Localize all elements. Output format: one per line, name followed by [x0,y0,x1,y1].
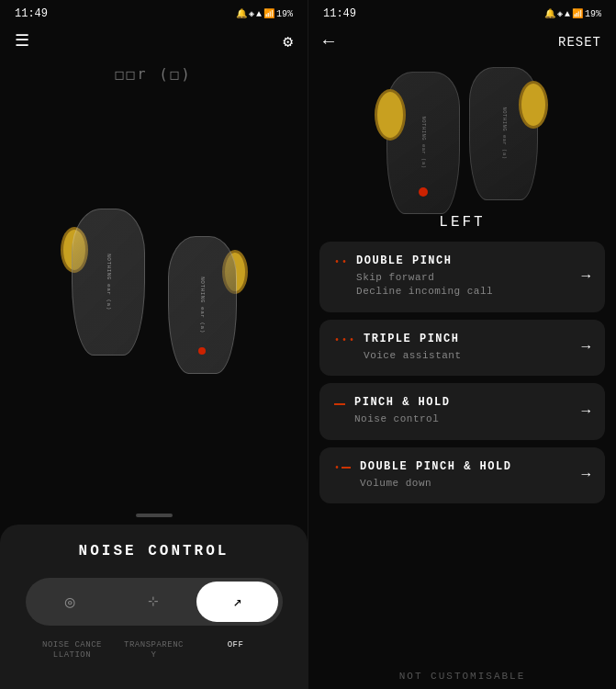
triple-pinch-item[interactable]: • • • TRIPLE PINCH Voice assistant → [319,320,605,376]
double-pinch-item[interactable]: • • DOUBLE PINCH Skip forwardDecline inc… [319,242,605,312]
triple-pinch-label: TRIPLE PINCH [364,333,581,345]
off-toggle[interactable]: ↗ [196,582,278,622]
right-panel: 11:49 🔔 ◈ ▲ 📶 19% ← RESET NOTHING ear (a… [308,0,616,689]
right-earbud-graphic: NOTHING ear (a) [168,236,237,374]
left-panel: 11:49 🔔 ◈ ▲ 📶 19% ☰ ⚙ □□r (□) NOTHING ea… [0,0,308,689]
device-side-label: LEFT [308,207,616,242]
left-earbud-graphic: NOTHING ear (a) [72,209,145,356]
right-time: 11:49 [323,7,356,20]
double-pinch-icon: • • [334,257,347,267]
double-pinch-arrow: → [581,268,590,285]
double-pinch-hold-arrow: → [581,467,590,483]
right-header: ← RESET [308,24,616,60]
anc-label: NOISE CANCELLATION [31,640,113,661]
left-status-bar: 11:49 🔔 ◈ ▲ 📶 19% [0,0,308,24]
controls-list: • • DOUBLE PINCH Skip forwardDecline inc… [308,242,616,661]
pinch-hold-icon [334,399,345,405]
large-right-tip [519,81,548,129]
pinch-hold-label: PINCH & HOLD [354,396,581,409]
double-pinch-hold-icon: • [334,463,351,473]
earbuds-graphic: NOTHING ear (a) NOTHING ear (a) [53,209,255,392]
double-pinch-action: Skip forwardDecline incoming call [356,271,581,299]
left-header: ☰ ⚙ [0,24,308,59]
double-pinch-hold-label: DOUBLE PINCH & HOLD [360,460,581,473]
transparency-label: TRANSPARENCY [113,640,195,661]
pinch-hold-arrow: → [581,403,590,420]
back-button[interactable]: ← [323,31,334,52]
earbuds-detail-image: NOTHING ear (a) NOTHING ear (a) [308,60,616,207]
swipe-bar [136,514,173,517]
anc-toggle[interactable]: ◎ [29,582,111,622]
right-status-icons: 🔔 ◈ ▲ 📶 19% [544,8,601,19]
right-body: NOTHING ear (a) [168,236,237,374]
noise-control-title: NOISE CONTROL [22,543,286,559]
noise-labels: NOISE CANCELLATION TRANSPARENCY OFF [22,640,286,661]
reset-button[interactable]: RESET [558,35,601,50]
earbuds-image-left: NOTHING ear (a) NOTHING ear (a) [0,86,308,506]
right-status-bar: 11:49 🔔 ◈ ▲ 📶 19% [308,0,616,24]
triple-pinch-icon: • • • [334,335,354,345]
noise-toggle-track: ◎ ⊹ ↗ [26,578,283,626]
off-label: OFF [195,640,276,661]
pinch-hold-item[interactable]: PINCH & HOLD Noise control → [319,383,605,439]
pinch-hold-action: Noise control [354,412,581,426]
noise-toggle-container: ◎ ⊹ ↗ [22,578,286,626]
triple-pinch-action: Voice assistant [364,349,581,363]
settings-icon[interactable]: ⚙ [283,31,293,51]
menu-icon[interactable]: ☰ [15,33,29,50]
double-pinch-hold-action: Volume down [360,477,581,491]
large-right-earbud: NOTHING ear (a) [469,67,538,200]
swipe-indicator [0,506,308,525]
left-body: NOTHING ear (a) [72,209,145,356]
not-customisable-label: NOT CUSTOMISABLE [308,661,616,689]
device-name-display: □□r (□) [0,59,308,86]
large-left-earbud: NOTHING ear (a) [386,72,460,214]
triple-pinch-arrow: → [581,339,590,356]
double-pinch-hold-item[interactable]: • DOUBLE PINCH & HOLD Volume down → [319,447,605,503]
noise-control-sheet: NOISE CONTROL ◎ ⊹ ↗ NOISE CANCELLATION T… [0,525,308,689]
transparency-toggle[interactable]: ⊹ [113,582,195,622]
double-pinch-label: DOUBLE PINCH [356,254,581,267]
left-time: 11:49 [15,7,48,20]
large-left-tip [375,89,406,141]
earbud-led [198,347,206,355]
left-status-icons: 🔔 ◈ ▲ 📶 19% [236,8,293,19]
large-left-led [419,187,428,197]
